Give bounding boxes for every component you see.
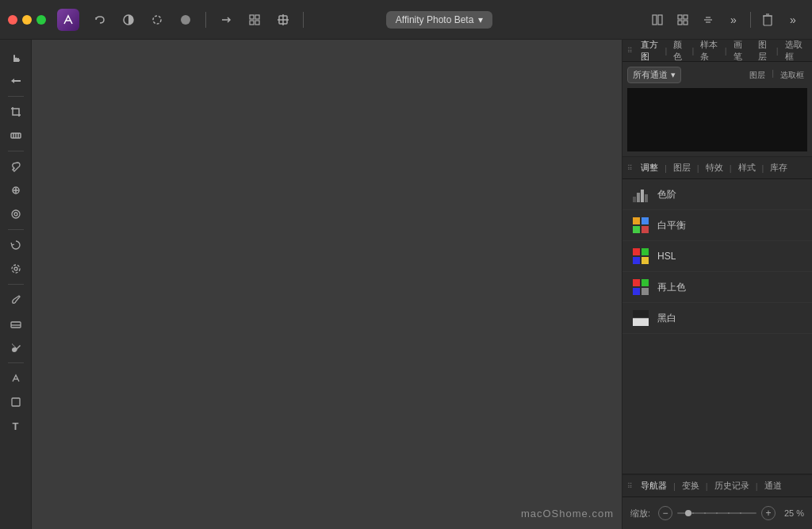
halftone-button[interactable] [243, 9, 266, 31]
view-select-button[interactable] [646, 9, 668, 31]
minimize-button[interactable] [22, 15, 32, 25]
svg-rect-39 [633, 197, 636, 202]
svg-rect-42 [645, 194, 648, 202]
eyedropper-tool[interactable] [5, 155, 27, 178]
svg-rect-47 [633, 248, 640, 255]
canvas-area[interactable]: macOShome.com [32, 40, 622, 529]
extra-more-button[interactable]: » [782, 9, 804, 31]
channel-select[interactable]: 所有通道 ▾ [627, 67, 681, 83]
crop-tool[interactable] [5, 101, 27, 123]
histogram-panel: 所有通道 ▾ 图层 | 选取框 [622, 62, 812, 156]
svg-point-31 [12, 210, 20, 218]
traffic-lights [8, 15, 46, 25]
close-button[interactable] [8, 15, 17, 25]
svg-rect-56 [633, 318, 649, 326]
undo-button[interactable] [89, 9, 111, 31]
svg-rect-15 [678, 21, 682, 25]
retouch-tool[interactable] [5, 258, 27, 280]
grid-button[interactable] [672, 9, 694, 31]
svg-rect-49 [633, 257, 640, 264]
zoom-value: 25 % [780, 508, 804, 518]
svg-rect-11 [653, 15, 657, 25]
recolor-icon [632, 278, 649, 296]
tab-histogram[interactable]: 直方图 [636, 37, 664, 64]
move-tool[interactable] [5, 70, 27, 92]
tab-select[interactable]: 选取框 [780, 37, 808, 64]
select-button[interactable] [146, 9, 168, 31]
navigator-section: ⠿ 导航器 | 变换 | 历史记录 | 通道 缩放: − [622, 474, 812, 529]
svg-line-27 [13, 168, 14, 170]
tab-library[interactable]: 库存 [765, 160, 792, 175]
navigator-drag-handle: ⠿ [627, 482, 633, 490]
shape-tool[interactable] [5, 391, 27, 413]
whitebalance-label: 白平衡 [657, 219, 686, 232]
adjustment-bw[interactable]: 黑白 [622, 303, 812, 334]
tab-history[interactable]: 历史记录 [710, 478, 754, 493]
arrow-button[interactable] [215, 9, 237, 31]
zoom-slider[interactable] [677, 512, 756, 514]
adjustment-hsl[interactable]: HSL [622, 241, 812, 272]
zoom-in-button[interactable]: + [761, 506, 776, 520]
histogram-section: ⠿ 直方图 | 颜色 | 样本条 | 画笔 图层 | 选取框 所有通道 ▾ [622, 40, 812, 157]
adjustments-tabs: ⠿ 调整 | 图层 | 特效 | 样式 | 库存 [622, 157, 812, 179]
svg-rect-4 [250, 15, 254, 19]
patch-tool[interactable] [5, 234, 27, 256]
tab-color[interactable]: 颜色 [668, 37, 690, 64]
svg-rect-54 [642, 288, 649, 295]
zoom-out-button[interactable]: − [658, 506, 672, 520]
trash-button[interactable] [756, 9, 779, 31]
layers-btn[interactable]: 图层 [746, 68, 768, 82]
crop-toolbar-button[interactable] [272, 9, 294, 31]
svg-rect-51 [633, 279, 640, 286]
bw-label: 黑白 [657, 312, 676, 325]
zoom-controls: 缩放: − + 25 % [622, 497, 812, 529]
app-title-button[interactable]: Affinity Photo Beta ▾ [386, 11, 493, 29]
straighten-tool[interactable] [5, 125, 27, 147]
text-tool[interactable]: T [5, 415, 27, 437]
tab-sep-1: | [665, 46, 668, 56]
clone-tool[interactable] [5, 203, 27, 225]
svg-rect-55 [633, 310, 649, 318]
tab-layers[interactable]: 图层 [753, 37, 775, 64]
svg-rect-37 [12, 398, 20, 406]
pen-tool[interactable] [5, 367, 27, 389]
histogram-drag-handle: ⠿ [627, 47, 633, 55]
hsl-label: HSL [657, 251, 676, 262]
titlebar: Affinity Photo Beta ▾ » [0, 0, 812, 40]
svg-rect-46 [642, 226, 649, 233]
adjustment-whitebalance[interactable]: 白平衡 [622, 210, 812, 241]
svg-point-32 [14, 213, 17, 216]
svg-rect-5 [255, 15, 259, 19]
svg-rect-16 [684, 21, 688, 25]
tab-transform[interactable]: 变换 [677, 478, 704, 493]
eraser-tool[interactable] [5, 312, 27, 335]
hand-tool[interactable] [5, 46, 27, 68]
tab-sep-2: | [691, 46, 694, 56]
tab-styles[interactable]: 样式 [733, 160, 760, 175]
tab-adj-layers[interactable]: 图层 [668, 160, 695, 175]
app-title-label: Affinity Photo Beta [396, 14, 474, 25]
maximize-button[interactable] [36, 15, 46, 25]
brush-tool[interactable] [5, 289, 27, 311]
tool-sep-5 [8, 362, 24, 363]
more-button[interactable]: » [722, 9, 745, 31]
tab-sep-4: | [776, 46, 779, 56]
tab-brush[interactable]: 画笔 [729, 37, 750, 64]
select-btn[interactable]: 选取框 [777, 68, 807, 82]
tab-navigator[interactable]: 导航器 [636, 478, 672, 493]
navigator-tabs: ⠿ 导航器 | 变换 | 历史记录 | 通道 [622, 475, 812, 497]
healing-tool[interactable] [5, 179, 27, 201]
adjustment-recolor[interactable]: 再上色 [622, 272, 812, 303]
toolbar-separator-2 [303, 12, 304, 28]
tab-adjustments[interactable]: 调整 [636, 160, 663, 175]
circle-button[interactable] [174, 9, 197, 31]
tab-channels[interactable]: 通道 [760, 478, 787, 493]
fill-tool[interactable] [5, 336, 27, 358]
tab-sampler[interactable]: 样本条 [695, 37, 723, 64]
tab-effects[interactable]: 特效 [701, 160, 728, 175]
adjustment-levels[interactable]: 色阶 [622, 179, 812, 210]
tone-button[interactable] [117, 9, 140, 31]
histogram-tabs: ⠿ 直方图 | 颜色 | 样本条 | 画笔 图层 | 选取框 [622, 40, 812, 62]
svg-rect-7 [255, 21, 259, 25]
brush-toolbar-button[interactable] [697, 9, 719, 31]
